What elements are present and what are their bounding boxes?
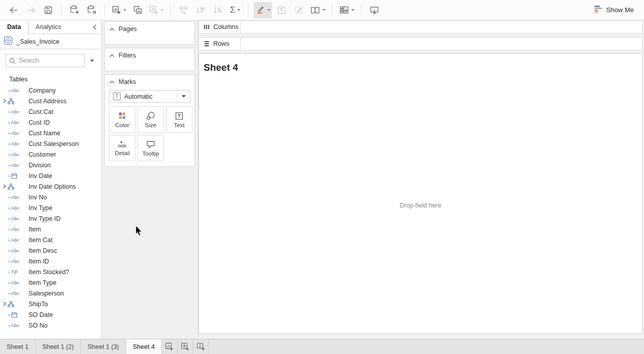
pause-updates-button[interactable]: [84, 2, 99, 18]
undo-button[interactable]: [6, 2, 21, 18]
mark-size-button[interactable]: Size: [137, 106, 164, 133]
sheet-tab-sheet-1-2[interactable]: Sheet 1 (2): [36, 339, 81, 354]
field-item[interactable]: =AbcInv No: [0, 192, 101, 202]
expand-chevron-icon[interactable]: [3, 99, 8, 103]
columns-shelf[interactable]: Columns: [199, 20, 642, 34]
field-item[interactable]: =AbcCustomer: [0, 149, 101, 160]
field-name: Item: [24, 226, 41, 233]
highlight-button[interactable]: [254, 2, 272, 18]
field-item[interactable]: =AbcCompany: [0, 85, 101, 96]
field-item[interactable]: =Inv Date: [0, 170, 101, 181]
swap-axes-icon: [179, 6, 188, 15]
duplicate-sheet-button[interactable]: [130, 2, 145, 18]
search-box[interactable]: [5, 54, 85, 67]
field-item[interactable]: =AbcItem Cat: [0, 234, 101, 245]
mark-color-button[interactable]: Color: [109, 106, 135, 133]
mark-type-value: Automatic: [124, 93, 177, 100]
field-type-date-icon: =: [8, 312, 24, 318]
mark-type-dropdown[interactable]: T Automatic: [109, 90, 190, 103]
chevron-up-icon: [109, 80, 115, 84]
field-item[interactable]: =SO Date: [0, 309, 101, 320]
search-icon: [9, 57, 16, 64]
expand-chevron-icon[interactable]: [3, 184, 8, 189]
field-item[interactable]: =AbcCust ID: [0, 117, 101, 128]
pause-datasource-icon: [87, 5, 97, 15]
field-type-string-icon: =Abc: [8, 248, 24, 253]
datasource-name: _Sales_Invoice: [16, 38, 60, 45]
marks-card: Marks T Automatic ColorSizeTextDetailToo…: [104, 74, 195, 167]
redo-button: [23, 2, 39, 18]
columns-drop-area[interactable]: [241, 21, 642, 33]
field-item[interactable]: =T|FItem Stocked?: [0, 267, 101, 277]
field-item[interactable]: =AbcItem: [0, 224, 101, 234]
sheet-tab-bar: Sheet 1Sheet 1 (2)Sheet 1 (3)Sheet 4: [0, 339, 644, 354]
field-item[interactable]: Cust Address: [0, 96, 101, 106]
back-arrow-icon: [9, 6, 19, 15]
new-dashboard-tab-button[interactable]: [178, 339, 193, 354]
field-item[interactable]: =AbcCust Cat: [0, 106, 101, 117]
mark-text-button[interactable]: Text: [166, 106, 192, 133]
show-hide-cards-button[interactable]: [338, 2, 356, 18]
fit-button[interactable]: [309, 2, 327, 18]
field-item[interactable]: =AbcCust Salesperson: [0, 138, 101, 149]
mark-type-caret[interactable]: [177, 91, 190, 102]
field-item[interactable]: =AbcCust Name: [0, 128, 101, 138]
new-datasource-button[interactable]: [67, 2, 82, 18]
field-name: Item Type: [24, 279, 57, 286]
totals-button[interactable]: Σ: [228, 2, 243, 18]
field-item[interactable]: =AbcItem Desc: [0, 245, 101, 256]
new-sheet-tab-icon: [165, 342, 174, 351]
new-story-tab-button[interactable]: [193, 339, 209, 354]
field-type-string-icon: =Abc: [8, 141, 24, 146]
datasource-item[interactable]: _Sales_Invoice: [0, 34, 101, 49]
tab-data[interactable]: Data: [0, 20, 29, 34]
field-item[interactable]: =AbcSO No: [0, 320, 101, 328]
new-worksheet-icon: [111, 5, 121, 15]
tooltip-bubble-icon: [146, 140, 156, 149]
collapse-pane-button[interactable]: [88, 20, 101, 34]
field-item[interactable]: =AbcInv Type: [0, 202, 101, 213]
rows-drop-area[interactable]: [241, 38, 642, 50]
new-worksheet-tab-button[interactable]: [162, 339, 178, 354]
field-item[interactable]: =AbcSalesperson: [0, 288, 101, 299]
field-item[interactable]: =AbcItem Type: [0, 277, 101, 288]
data-pane: Data Analytics _Sales_Inv: [0, 20, 102, 339]
new-worksheet-button[interactable]: [110, 2, 128, 18]
field-type-string-icon: =Abc: [8, 87, 24, 93]
presentation-icon: [370, 6, 379, 15]
mark-tooltip-button[interactable]: Tooltip: [137, 135, 164, 161]
field-name: Item Desc: [24, 247, 57, 254]
field-item[interactable]: ShipTo: [0, 299, 101, 309]
field-item[interactable]: =AbcItem ID: [0, 256, 101, 267]
sheet-view[interactable]: Sheet 4 Drop field here: [199, 53, 642, 334]
field-name: Item Cat: [24, 237, 52, 244]
field-item[interactable]: Inv Date Options: [0, 181, 101, 192]
new-dashboard-tab-icon: [181, 342, 189, 351]
pages-card[interactable]: Pages: [104, 21, 195, 45]
field-item[interactable]: =AbcInv Type ID: [0, 213, 101, 224]
show-me-button[interactable]: Show Me: [589, 3, 639, 17]
chevron-up-icon: [109, 54, 115, 57]
tab-analytics[interactable]: Analytics: [29, 20, 68, 34]
field-type-string-icon: =Abc: [8, 226, 24, 232]
save-button[interactable]: [41, 2, 56, 18]
rows-shelf[interactable]: Rows: [199, 37, 642, 50]
mark-detail-button[interactable]: Detail: [109, 135, 135, 161]
forward-arrow-icon: [26, 6, 36, 15]
sheet-tab-sheet-4[interactable]: Sheet 4: [126, 339, 162, 354]
field-item[interactable]: =AbcDivision: [0, 160, 101, 170]
filters-card[interactable]: Filters: [104, 48, 195, 71]
search-input[interactable]: [19, 57, 81, 64]
sheet-tab-sheet-1[interactable]: Sheet 1: [0, 339, 36, 354]
dropdown-caret-icon: [160, 9, 163, 11]
toolbar-button-group: Σ: [5, 0, 383, 20]
columns-label: Columns: [213, 23, 238, 31]
expand-chevron-icon[interactable]: [3, 302, 8, 306]
mark-button-label: Color: [115, 122, 129, 128]
field-name: Cust Salesperson: [24, 140, 79, 148]
datasource-icon: [4, 37, 12, 46]
presentation-mode-button[interactable]: [367, 2, 382, 18]
field-name: Item ID: [24, 258, 49, 265]
field-list-options-caret[interactable]: [90, 60, 94, 62]
sheet-tab-sheet-1-3[interactable]: Sheet 1 (3): [81, 339, 126, 354]
